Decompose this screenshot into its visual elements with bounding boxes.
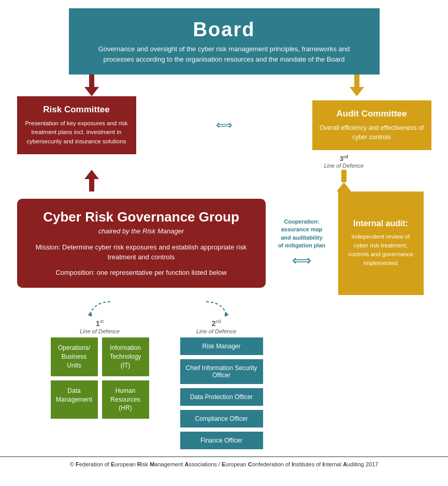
footer: © Federation of European Risk Management… <box>0 456 448 472</box>
arrow-to-audit-committee <box>350 75 364 96</box>
third-line-text: Line of Defence <box>324 163 364 169</box>
second-line-label: 2nd <box>212 319 221 328</box>
third-line-number: 3 <box>340 155 343 163</box>
blue-boxes-column: Risk Manager Chief Information Security … <box>180 337 263 449</box>
green-box-hr: Human Resources (HR) <box>102 380 149 419</box>
third-line-sup: rd <box>343 154 348 159</box>
arrow-to-risk-committee <box>84 75 99 96</box>
first-line-label: 1st <box>96 319 104 328</box>
audit-committee-text: Overall efficiency and effectiveness of … <box>320 123 424 142</box>
board-subtitle: Governance and oversight of the cyber ri… <box>82 44 366 64</box>
cooperation-section: Cooperation: assurance map and auditabil… <box>271 218 333 269</box>
green-boxes-grid: Operations/ Business Units Information T… <box>51 337 149 419</box>
footer-text: © Federation of European Risk Management… <box>70 461 378 467</box>
blue-box-dpo: Data Protection Officer <box>180 388 263 406</box>
blue-box-risk-manager: Risk Manager <box>180 337 263 355</box>
horizontal-double-arrow-committees: ⟺ <box>216 119 233 132</box>
audit-committee-box: Audit Committee Overall efficiency and e… <box>312 100 431 150</box>
blue-box-compliance: Compliance Officer <box>180 410 263 428</box>
green-box-it: Information Technology (IT) <box>102 337 149 376</box>
arrow-to-crgg <box>84 170 99 192</box>
cooperation-text: Cooperation: assurance map and auditabil… <box>278 218 326 250</box>
board-box: Board Governance and oversight of the cy… <box>69 8 380 75</box>
green-box-operations: Operations/ Business Units <box>51 337 98 376</box>
second-line-text: Line of Defence <box>196 328 236 334</box>
internal-audit-text: independent review of cyber risk treatme… <box>344 232 417 268</box>
crgg-subtitle: chaired by the Risk Manager <box>30 227 253 235</box>
board-title: Board <box>82 19 366 41</box>
first-line-text: Line of Defence <box>80 328 120 334</box>
risk-committee-text: Presentation of key exposures and risk t… <box>24 119 129 146</box>
internal-audit-title: Internal audit: <box>344 219 417 228</box>
audit-committee-title: Audit Committee <box>320 109 424 119</box>
svg-marker-0 <box>88 313 92 317</box>
risk-committee-box: Risk Committee Presentation of key expos… <box>17 96 136 154</box>
crgg-composition: Composition: one representative per func… <box>30 268 253 278</box>
third-line-defence-label: 3rd Line of Defence <box>324 154 364 192</box>
crgg-box: Cyber Risk Governance Group chaired by t… <box>17 199 266 288</box>
risk-committee-title: Risk Committee <box>24 105 129 115</box>
svg-marker-1 <box>225 313 229 317</box>
blue-box-finance: Finance Officer <box>180 432 263 449</box>
second-line-arrow <box>201 299 232 318</box>
internal-audit-box: Internal audit: independent review of cy… <box>338 192 424 295</box>
horizontal-double-arrow-crgg: ⟺ <box>292 253 311 269</box>
first-line-arrow <box>84 299 115 318</box>
crgg-mission: Mission: Determine cyber risk exposures … <box>30 242 253 262</box>
arrow-up-to-audit <box>337 170 351 192</box>
green-box-data: Data Management <box>51 380 98 419</box>
blue-box-ciso: Chief Information Security Officer <box>180 359 263 384</box>
crgg-title: Cyber Risk Governance Group <box>30 209 253 225</box>
